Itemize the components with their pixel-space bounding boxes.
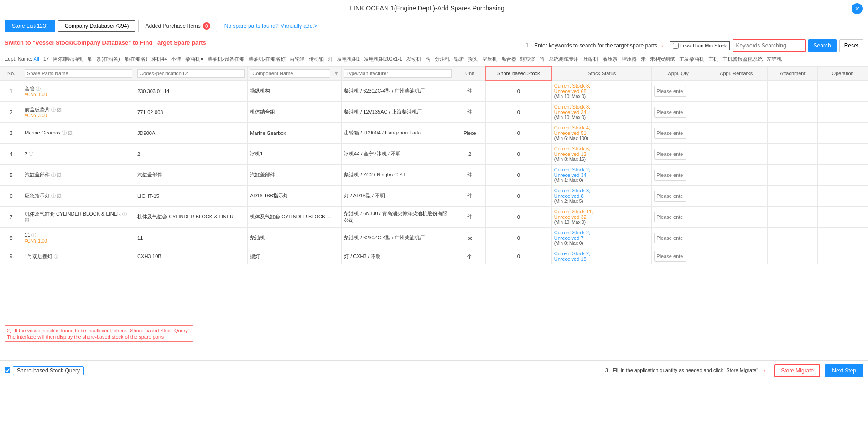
eqpt-item[interactable]: 液压泵: [603, 56, 618, 62]
min-stock-checkbox[interactable]: [673, 43, 679, 49]
comp-filter-input[interactable]: [250, 69, 330, 78]
row-operation: [818, 144, 868, 165]
row-name: 机体及气缸套 CYLINDER BLOCK & LINER ⓘ 🖼: [22, 207, 135, 228]
qty-input[interactable]: [654, 107, 686, 118]
eqpt-item[interactable]: 接头: [468, 56, 478, 62]
eqpt-item[interactable]: 泵(在船名): [124, 56, 147, 62]
qty-input[interactable]: [654, 86, 686, 97]
eqpt-item[interactable]: 泵(在船名): [96, 56, 120, 62]
qty-input[interactable]: [654, 191, 686, 202]
row-appl-qty[interactable]: [652, 165, 705, 186]
row-shore-stock: 0: [485, 228, 551, 248]
eqpt-item[interactable]: 朱利安测试: [650, 56, 675, 62]
info-icon[interactable]: ⓘ: [51, 172, 56, 177]
row-operation: [818, 81, 868, 102]
qty-input[interactable]: [654, 233, 686, 243]
qty-input[interactable]: [654, 149, 686, 160]
eqpt-item[interactable]: 主发柴油机: [679, 56, 704, 62]
eqpt-item[interactable]: 压缩机: [583, 56, 598, 62]
qty-input[interactable]: [654, 251, 686, 262]
eqpt-item[interactable]: 空压机: [482, 56, 497, 62]
eqpt-item[interactable]: 发动机: [406, 56, 421, 62]
table-row: 3 Marine Gearbox ⓘ 🖼 JD900A Marine Gearb…: [0, 123, 868, 144]
eqpt-item[interactable]: 柴油机-在船名称: [249, 56, 286, 62]
min-stock-checkbox-area[interactable]: Less Than Min Stock: [670, 41, 730, 50]
col-no: No.: [0, 67, 22, 81]
eqpt-item[interactable]: 阿尔维斯油机: [53, 56, 83, 62]
info-icon[interactable]: ⓘ: [51, 107, 56, 112]
info-icon[interactable]: ⓘ: [36, 86, 41, 91]
info-icon[interactable]: ⓘ: [122, 212, 127, 217]
type-filter-input[interactable]: [344, 69, 452, 78]
info-icon[interactable]: ⓘ: [29, 151, 33, 156]
row-shore-stock: 0: [485, 144, 551, 165]
eqpt-item[interactable]: 分油机: [435, 56, 450, 62]
img-icon[interactable]: 🖼: [57, 172, 62, 177]
table-row: 5 汽缸盖部件 ⓘ 🖼 汽缸盖部件 汽缸盖部件 柴油机 / ZC2 / Ning…: [0, 165, 868, 186]
eqpt-item[interactable]: 主机警报监视系统: [722, 56, 763, 62]
close-button[interactable]: ✕: [852, 3, 863, 14]
row-appl-qty[interactable]: [652, 207, 705, 228]
filter-icon[interactable]: ▼: [333, 70, 339, 77]
row-appl-qty[interactable]: [652, 81, 705, 102]
eqpt-item[interactable]: 系统测试专用: [549, 56, 579, 62]
eqpt-item[interactable]: 锅炉: [454, 56, 464, 62]
info-icon[interactable]: ⓘ: [31, 233, 36, 238]
row-shore-stock: 0: [485, 165, 551, 186]
eqpt-item[interactable]: 阀: [426, 56, 431, 62]
row-name: 应急指示灯 ⓘ 🖼: [22, 186, 135, 207]
next-step-button[interactable]: Next Step: [825, 364, 863, 377]
eqpt-item[interactable]: 发电机组200x1-1: [364, 56, 402, 62]
eqpt-item[interactable]: 柴油机-设备在船: [208, 56, 244, 62]
row-unit: 件: [454, 102, 486, 123]
name-filter-input[interactable]: [25, 69, 132, 78]
info-icon[interactable]: ⓘ: [54, 254, 58, 259]
shore-query-checkbox[interactable]: [5, 367, 10, 373]
eqpt-item[interactable]: 主机: [708, 56, 718, 62]
eqpt-item[interactable]: 发电机组1: [337, 56, 360, 62]
eqpt-all[interactable]: All: [34, 56, 39, 62]
img-icon[interactable]: 🖼: [25, 218, 29, 223]
row-appl-qty[interactable]: [652, 144, 705, 165]
qty-input[interactable]: [654, 128, 686, 139]
row-attachment: [768, 186, 818, 207]
reset-button[interactable]: Reset: [839, 39, 863, 52]
img-icon[interactable]: 🖼: [68, 130, 73, 135]
row-appl-qty[interactable]: [652, 102, 705, 123]
search-button[interactable]: Search: [808, 39, 837, 52]
row-component: 机体及气缸套 CYLINDER BLOCK ...: [248, 207, 342, 228]
row-stock-status: Current Stock 8; Unreceived 68 (Min 10; …: [551, 81, 652, 102]
qty-input[interactable]: [654, 212, 686, 222]
row-appl-qty[interactable]: [652, 123, 705, 144]
qty-input[interactable]: [654, 170, 686, 181]
eqpt-item[interactable]: 灯: [328, 56, 333, 62]
manual-add-link[interactable]: No spare parts found? Manually add.>: [224, 23, 317, 29]
row-appl-qty[interactable]: [652, 186, 705, 207]
row-type: 柴油机 / 6230ZC-4型 / 广州柴油机厂: [342, 228, 454, 248]
added-items-tab[interactable]: Added Purchase Items 0: [138, 20, 217, 32]
info-icon[interactable]: ⓘ: [51, 193, 56, 198]
eqpt-item[interactable]: 朱: [641, 56, 646, 62]
row-appl-qty[interactable]: [652, 228, 705, 248]
eqpt-item[interactable]: 离合器: [501, 56, 516, 62]
eqpt-item[interactable]: 冰机44: [151, 56, 167, 62]
img-icon[interactable]: 🖼: [57, 107, 62, 112]
info-icon[interactable]: ⓘ: [62, 130, 67, 135]
eqpt-item[interactable]: 螺旋桨: [520, 56, 535, 62]
eqpt-item[interactable]: 柴油机●: [185, 56, 203, 62]
img-icon[interactable]: 🖼: [57, 193, 62, 198]
code-filter-input[interactable]: [137, 69, 245, 78]
store-list-tab[interactable]: Store List(123): [5, 20, 55, 32]
eqpt-item[interactable]: 笛: [540, 56, 545, 62]
company-db-tab[interactable]: Company Database(7394): [58, 20, 136, 32]
row-appl-qty[interactable]: [652, 248, 705, 264]
eqpt-item[interactable]: 泵: [87, 56, 92, 62]
eqpt-item[interactable]: 齿轮箱: [290, 56, 305, 62]
store-migrate-button[interactable]: Store Migrate: [774, 364, 820, 377]
eqpt-item[interactable]: 不详: [171, 56, 181, 62]
eqpt-item[interactable]: 17: [43, 56, 49, 62]
eqpt-item[interactable]: 传动轴: [309, 56, 324, 62]
keywords-input[interactable]: [733, 39, 806, 52]
eqpt-item[interactable]: 增压器: [622, 56, 637, 62]
eqpt-item[interactable]: 左锚机: [767, 56, 782, 62]
